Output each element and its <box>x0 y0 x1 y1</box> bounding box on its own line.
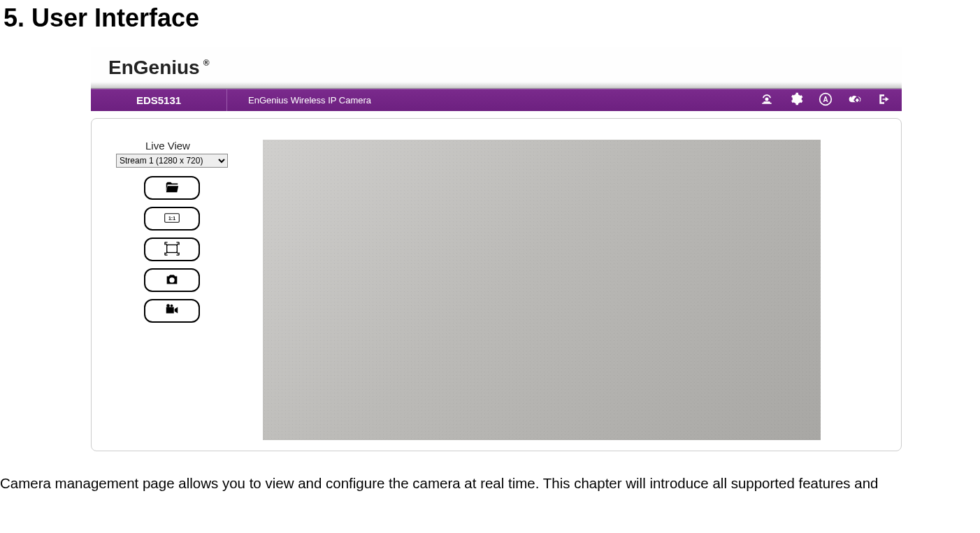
svg-point-6 <box>166 304 170 307</box>
logo-text: EnGenius <box>108 57 200 78</box>
header-bar: EDS5131 EnGenius Wireless IP Camera A <box>91 89 902 111</box>
svg-text:A: A <box>823 96 828 103</box>
device-description: EnGenius Wireless IP Camera <box>248 95 371 105</box>
control-sidebar: Live View Stream 1 (1280 x 720) 1:1 <box>116 140 235 440</box>
liveview-icon[interactable] <box>760 92 774 109</box>
actual-size-button[interactable]: 1:1 <box>144 207 200 231</box>
fullscreen-button[interactable] <box>144 238 200 261</box>
content-panel: Live View Stream 1 (1280 x 720) 1:1 <box>91 118 902 451</box>
gear-icon[interactable] <box>789 92 803 109</box>
model-label: EDS5131 <box>91 89 227 111</box>
fullscreen-icon <box>164 241 180 258</box>
ui-screenshot: EnGenius® EDS5131 EnGenius Wireless IP C… <box>91 47 902 451</box>
folder-icon <box>164 180 180 197</box>
svg-rect-5 <box>167 244 178 252</box>
auto-mode-icon[interactable]: A <box>819 92 833 109</box>
live-view-label: Live View <box>145 140 235 152</box>
one-to-one-icon: 1:1 <box>164 210 180 228</box>
body-paragraph: Camera management page allows you to vie… <box>0 475 980 492</box>
cloud-download-icon[interactable] <box>848 92 862 109</box>
registered-mark: ® <box>203 58 210 68</box>
logo-bar: EnGenius® <box>91 47 902 89</box>
brand-logo: EnGenius® <box>108 57 200 79</box>
video-preview <box>263 140 821 440</box>
logout-icon[interactable] <box>877 92 891 109</box>
snapshot-button[interactable] <box>144 268 200 292</box>
camera-icon <box>164 272 180 289</box>
folder-button[interactable] <box>144 176 200 200</box>
nav-icon-group: A <box>760 92 891 109</box>
svg-text:1:1: 1:1 <box>168 215 175 220</box>
svg-point-7 <box>171 304 173 307</box>
chapter-heading: 5. User Interface <box>3 3 980 33</box>
video-camera-icon <box>164 302 180 320</box>
stream-select[interactable]: Stream 1 (1280 x 720) <box>116 154 228 168</box>
record-button[interactable] <box>144 299 200 323</box>
